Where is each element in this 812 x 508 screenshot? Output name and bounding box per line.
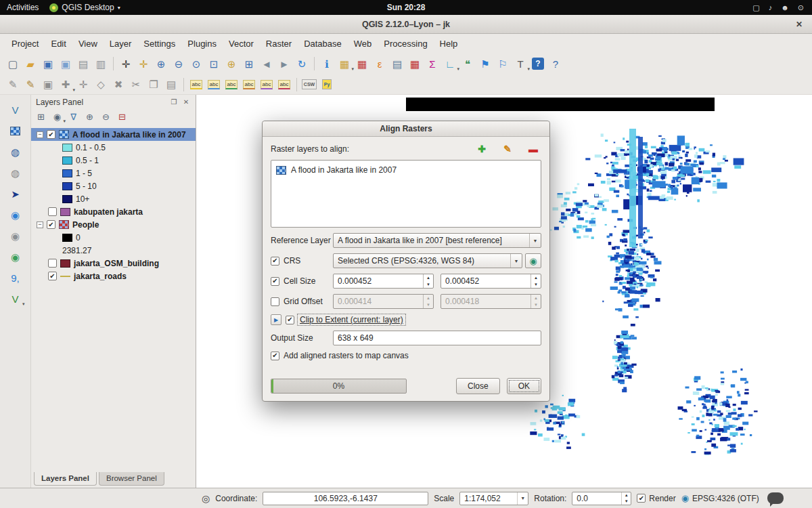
menu-processing[interactable]: Processing [378,35,433,52]
add-oracle-layer-icon[interactable]: ➤ [7,186,24,202]
legend-class-0[interactable]: 0 [31,231,196,244]
label-pin-icon[interactable]: abc [205,77,223,93]
menu-web[interactable]: Web [348,35,378,52]
zoom-last-icon[interactable]: ◄ [258,56,275,72]
power-icon[interactable]: ⊙ [798,3,804,12]
remove-layer-icon[interactable]: ⊟ [114,110,130,124]
select-by-expression-icon[interactable]: ε [371,56,388,72]
zoom-next-icon[interactable]: ► [275,56,293,72]
layer-item-a-flood-in-jakarta-like-in-2007[interactable]: −✔A flood in Jakarta like in 2007 [31,128,196,141]
layer-checkbox[interactable]: ✔ [48,272,57,280]
clip-to-extent-label[interactable]: Clip to Extent (current: layer) [298,315,405,324]
crs-select[interactable]: Selected CRS (EPSG:4326, WGS 84) ▼ [333,253,522,268]
layer-checkbox[interactable]: ✔ [47,130,55,139]
layer-checkbox[interactable]: ✔ [47,220,55,229]
display-icon[interactable]: ▢ [752,3,759,12]
whats-this-icon[interactable]: ? [547,56,564,72]
remove-raster-button[interactable]: ▬ [525,142,541,156]
add-wms-layer-icon[interactable]: ◉ [7,207,24,223]
collapse-all-icon[interactable]: ⊖ [98,110,114,124]
user-menu-icon[interactable]: ☻ [781,3,789,12]
node-tool-icon[interactable]: ◇ [92,77,110,93]
add-aligned-checkbox[interactable]: ✔ [271,352,279,360]
save-layer-edits-icon[interactable]: ▣ [39,77,57,93]
add-wcs-layer-icon[interactable]: ◉ [7,228,24,244]
menu-help[interactable]: Help [434,35,464,52]
menu-edit[interactable]: Edit [45,35,72,52]
measure-icon[interactable]: ∟▾ [441,56,459,72]
label-move-icon[interactable]: abc [240,77,258,93]
composer-manager-icon[interactable]: ▥ [92,56,110,72]
legend-class-2381-27[interactable]: 2381.27 [31,244,196,257]
cell-size-checkbox[interactable]: ✔ [271,277,279,286]
add-group-icon[interactable]: ⊞ [33,110,49,124]
edit-raster-button[interactable]: ✎ [499,142,516,156]
zoom-to-layer-icon[interactable]: ⊞ [240,56,258,72]
add-spatialite-layer-icon[interactable]: ◍ [7,165,24,181]
paste-features-icon[interactable]: ▤ [162,77,180,93]
legend-class-10[interactable]: 10+ [31,192,196,205]
help-icon[interactable]: ? [529,56,547,72]
legend-class-1-5[interactable]: 1 - 5 [31,167,196,179]
add-feature-icon[interactable]: ✚▾ [57,77,74,93]
grid-offset-y-spinbox[interactable]: 0.000418 ▲▼ [441,294,541,309]
raster-layers-list[interactable]: A flood in Jakarta like in 2007 [271,160,541,228]
tab-browser-panel[interactable]: Browser Panel [99,472,164,486]
crs-checkbox[interactable]: ✔ [271,257,279,266]
render-checkbox[interactable]: ✔ [637,494,646,503]
add-postgis-layer-icon[interactable]: ◍ [7,144,24,160]
statistics-icon[interactable]: Σ [424,56,441,72]
new-project-icon[interactable]: ▢ [4,56,22,72]
ok-button[interactable]: OK [507,378,541,394]
menu-layer[interactable]: Layer [104,35,138,52]
pan-map-icon[interactable]: ✛ [117,56,135,72]
expand-all-icon[interactable]: ⊕ [82,110,97,124]
expand-extent-button[interactable]: ▶ [271,314,281,325]
legend-class-5-10[interactable]: 5 - 10 [31,179,196,192]
save-project-icon[interactable]: ▣ [39,56,57,72]
show-bookmarks-icon[interactable]: ⚐ [494,56,512,72]
spinner-arrows[interactable]: ▲▼ [423,274,433,288]
reference-layer-select[interactable]: A flood in Jakarta like in 2007 [best re… [333,233,541,248]
zoom-to-selection-icon[interactable]: ⊕ [223,56,240,72]
filter-legend-icon[interactable]: ∇ [66,110,81,124]
clip-to-extent-checkbox[interactable]: ✔ [286,316,294,324]
crs-status-button[interactable]: ◉ EPSG:4326 (OTF) [681,493,759,503]
move-feature-icon[interactable]: ✛ [74,77,92,93]
label-rotate-icon[interactable]: abc [258,77,275,93]
open-attribute-table-icon[interactable]: ▤ [388,56,406,72]
map-tips-icon[interactable]: ❝ [459,56,476,72]
identify-features-icon[interactable]: ℹ [318,56,336,72]
menu-raster[interactable]: Raster [260,35,298,52]
zoom-in-icon[interactable]: ⊕ [152,56,170,72]
menu-vector[interactable]: Vector [223,35,260,52]
window-close-button[interactable]: ✕ [793,18,805,30]
deselect-features-icon[interactable]: ▦ [353,56,371,72]
open-project-icon[interactable]: ▰ [22,56,39,72]
select-features-icon[interactable]: ▦▾ [336,56,353,72]
float-panel-icon[interactable]: ❐ [169,98,179,107]
current-edits-icon[interactable]: ✎ [4,77,22,93]
raster-layer-action-icon[interactable]: ▦ [406,56,424,72]
menu-view[interactable]: View [72,35,104,52]
legend-class-0-1-0-5[interactable]: 0.1 - 0.5 [31,141,196,154]
delete-selected-icon[interactable]: ✖ [110,77,127,93]
add-delimited-text-layer-icon[interactable]: 9, [7,270,24,286]
zoom-out-icon[interactable]: ⊖ [170,56,187,72]
refresh-icon[interactable]: ↻ [293,56,311,72]
menu-plugins[interactable]: Plugins [181,35,223,52]
pan-to-selection-icon[interactable]: ✛ [135,56,152,72]
coordinate-field[interactable]: 106.5923,-6.1437 [263,492,428,505]
cell-size-x-spinbox[interactable]: 0.000452 ▲▼ [333,274,434,289]
save-project-as-icon[interactable]: ▣ [57,56,74,72]
layer-checkbox[interactable] [48,207,57,216]
layer-item-people[interactable]: −✔People [31,218,196,231]
crs-picker-button[interactable]: ◉ [525,253,541,268]
raster-list-item[interactable]: A flood in Jakarta like in 2007 [276,164,536,176]
legend-class-0-5-1[interactable]: 0.5 - 1 [31,154,196,167]
layer-checkbox[interactable] [48,259,57,268]
rotation-spinbox[interactable]: 0.0 ▲▼ [572,492,631,505]
add-raster-layer-icon[interactable] [7,123,24,139]
manage-layer-visibility-icon[interactable]: ◉▾ [49,110,65,124]
tab-layers-panel[interactable]: Layers Panel [34,472,97,486]
